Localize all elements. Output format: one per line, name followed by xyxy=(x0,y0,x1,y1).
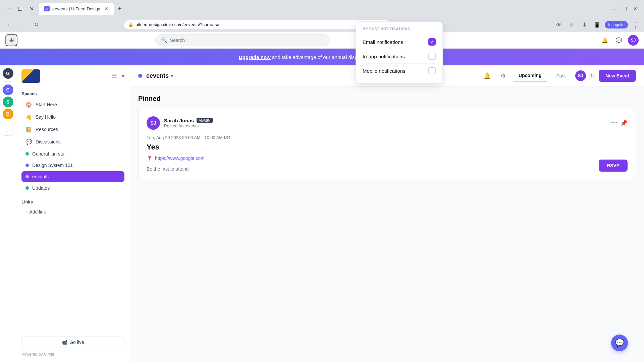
upgrade-banner: Upgrade now and take advantage of our an… xyxy=(0,49,644,65)
search-input[interactable] xyxy=(170,38,324,43)
location-icon: 📍 xyxy=(147,156,152,161)
address-bar-row: ← → ↻ 🔒 uifeed-design.circle.so/c/eevent… xyxy=(0,17,644,32)
tab-favicon: UI xyxy=(44,6,50,11)
eevents-dot xyxy=(25,175,29,178)
topbar-notification-icon[interactable]: 🔔 xyxy=(481,70,493,82)
tab-title: eevents | UIFeed Design xyxy=(52,6,100,11)
rsvp-button[interactable]: RSVP xyxy=(599,160,628,172)
sidebar-item-general[interactable]: General fun stuf xyxy=(21,148,124,159)
email-notifications-label: Email notifications xyxy=(363,39,403,45)
content-area: Pinned SJ Sarah Jonas ADMIN Posted in ee… xyxy=(130,87,644,193)
sidebar-item-resources[interactable]: 📔 Resources xyxy=(21,124,124,135)
upcoming-tab[interactable]: Upcoming xyxy=(513,70,547,81)
sidebar-chevron-down-icon[interactable]: ▾ xyxy=(122,73,124,79)
sidebar-spaces-section: Spaces 🏠 Start Here 👋 Say Hello 📔 Resour… xyxy=(16,87,130,195)
resources-icon: 📔 xyxy=(25,126,32,133)
sidebar-item-label: Start Here xyxy=(36,102,57,107)
active-tab[interactable]: UI eevents | UIFeed Design ✕ xyxy=(39,3,114,15)
spaces-title: Spaces xyxy=(21,91,124,96)
author-name-row: Sarah Jonas ADMIN xyxy=(164,118,213,123)
topbar-user-avatar[interactable]: SJ xyxy=(575,70,586,81)
sidebar-item-discussions[interactable]: 💬 Discussions xyxy=(21,136,124,148)
popup-section-title: MY POST NOTIFICATIONS xyxy=(363,27,436,31)
browser-menu-button[interactable]: ⋮ xyxy=(631,19,640,30)
app-layout: G C S B + ☰ ▾ Spaces 🏠 Start xyxy=(0,65,644,362)
browser-chrome: ─ ☐ ✕ UI eevents | UIFeed Design ✕ + — ❐… xyxy=(0,0,644,17)
mobile-notifications-checkbox[interactable] xyxy=(428,67,436,74)
card-actions: ••• 📌 xyxy=(611,119,628,127)
member-count-container: SJ 1 xyxy=(575,70,595,81)
strip-add-button[interactable]: + xyxy=(3,125,13,136)
sidebar-item-updates[interactable]: Updates xyxy=(21,183,124,193)
inapp-notifications-checkbox[interactable] xyxy=(428,53,436,60)
upgrade-link[interactable]: Upgrade now xyxy=(239,54,271,60)
event-location-url[interactable]: https://www.google.com xyxy=(155,156,205,161)
devices-icon[interactable]: 📱 xyxy=(592,20,602,30)
download-icon[interactable]: ⬇ xyxy=(579,20,589,30)
new-event-button[interactable]: New Event xyxy=(599,70,636,82)
sidebar-logo xyxy=(21,69,40,83)
message-icon[interactable]: 💬 xyxy=(614,35,624,45)
sidebar-item-label: Design System 101 xyxy=(32,163,73,168)
global-header: ⊕ 🔍 🔔 💬 SJ xyxy=(0,32,644,49)
new-tab-button[interactable]: + xyxy=(115,4,124,13)
mobile-notifications-label: Mobile notifications xyxy=(363,68,406,74)
pin-icon[interactable]: 📌 xyxy=(620,119,628,127)
global-search-bar: 🔍 xyxy=(155,34,330,46)
refresh-button[interactable]: ↻ xyxy=(31,19,42,30)
sidebar-item-design-system[interactable]: Design System 101 xyxy=(21,160,124,171)
strip-avatar-b[interactable]: B xyxy=(3,109,13,119)
event-card: SJ Sarah Jonas ADMIN Posted in eevents •… xyxy=(138,108,636,180)
incognito-badge[interactable]: Incognito xyxy=(605,21,628,28)
sidebar-links-section: Links + Add link xyxy=(16,195,130,221)
url-text: uifeed-design.circle.so/c/eevents/?sort=… xyxy=(136,22,219,27)
author-name: Sarah Jonas xyxy=(164,118,194,123)
sidebar-item-eevents[interactable]: eevents xyxy=(21,171,124,182)
say-hello-icon: 👋 xyxy=(25,114,32,120)
strip-avatar-c[interactable]: C xyxy=(3,84,13,95)
space-name[interactable]: eevents ▾ xyxy=(146,72,173,79)
forward-button[interactable]: → xyxy=(17,19,28,30)
sidebar-item-label: Discussions xyxy=(36,139,61,144)
window-minimize-button[interactable]: — xyxy=(609,4,619,13)
strip-avatar-s[interactable]: S xyxy=(3,97,13,107)
notification-bell-icon[interactable]: 🔔 xyxy=(600,35,610,45)
sidebar-item-start-here[interactable]: 🏠 Start Here xyxy=(21,99,124,111)
close-button[interactable]: ✕ xyxy=(27,4,36,13)
address-bar[interactable]: 🔒 uifeed-design.circle.so/c/eevents/?sor… xyxy=(124,20,392,30)
tab-close-icon[interactable]: ✕ xyxy=(104,6,108,11)
email-notifications-checkbox[interactable]: ✓ xyxy=(428,38,436,46)
powered-by: Powered by Circle xyxy=(16,349,130,362)
author-info: Sarah Jonas ADMIN Posted in eevents xyxy=(164,118,213,128)
bookmark-icon[interactable]: ☆ xyxy=(567,20,577,30)
back-button[interactable]: ← xyxy=(4,19,15,30)
more-options-icon[interactable]: ••• xyxy=(611,119,618,126)
checkmark-icon: ✓ xyxy=(430,39,434,45)
minimize-button[interactable]: ─ xyxy=(4,4,13,13)
sidebar-collapse-icon[interactable]: ☰ xyxy=(110,71,119,81)
general-dot xyxy=(25,152,29,156)
window-close-button[interactable]: ✕ xyxy=(631,4,640,13)
past-tab[interactable]: Past xyxy=(551,70,571,81)
notification-popup: MY POST NOTIFICATIONS Email notification… xyxy=(356,21,443,83)
topbar-settings-icon[interactable]: ⚙ xyxy=(497,70,509,82)
updates-dot xyxy=(25,186,29,190)
global-home-icon[interactable]: ⊕ xyxy=(5,34,17,46)
space-chevron-icon: ▾ xyxy=(171,73,173,78)
chat-bubble-button[interactable]: 💬 xyxy=(611,335,628,351)
go-live-button[interactable]: 📹 Go live xyxy=(21,337,124,348)
discussions-icon: 💬 xyxy=(25,139,32,145)
search-input-wrapper[interactable]: 🔍 xyxy=(155,34,330,46)
maximize-button[interactable]: ☐ xyxy=(15,4,25,13)
global-user-avatar[interactable]: SJ xyxy=(628,35,639,46)
inapp-notifications-label: In-app notifications xyxy=(363,54,405,59)
member-count-badge: 1 xyxy=(589,73,595,79)
add-link-button[interactable]: + Add link xyxy=(21,207,124,217)
sidebar-item-say-hello[interactable]: 👋 Say Hello xyxy=(21,111,124,123)
pinned-title: Pinned xyxy=(138,95,636,103)
strip-avatar-g[interactable]: G xyxy=(3,68,13,79)
window-restore-button[interactable]: ❐ xyxy=(620,4,629,13)
lens-icon[interactable]: 👁 xyxy=(554,20,564,30)
strip-divider-1 xyxy=(4,81,12,82)
go-live-label: Go live xyxy=(69,340,84,345)
